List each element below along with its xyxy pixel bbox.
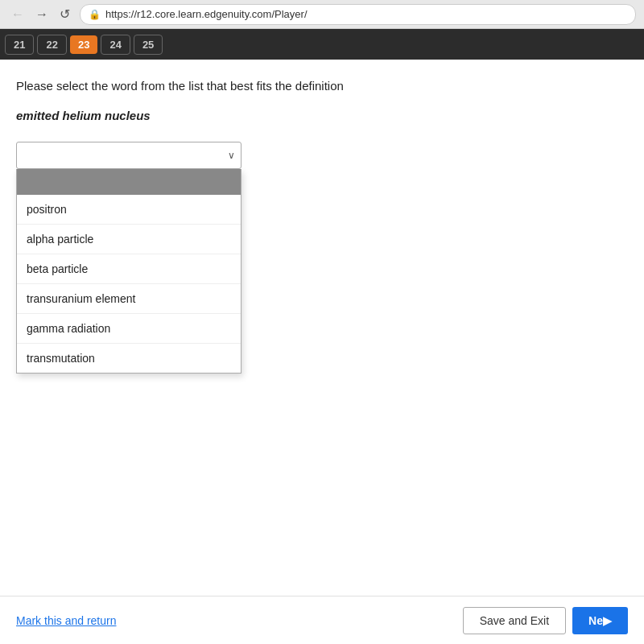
definition-text: emitted helium nucleus <box>16 109 628 122</box>
main-content: Please select the word from the list tha… <box>0 60 644 644</box>
list-item[interactable]: gamma radiation <box>17 314 241 344</box>
tab-25[interactable]: 25 <box>134 35 163 55</box>
refresh-button[interactable]: ↺ <box>56 5 73 23</box>
address-bar[interactable]: 🔒 https://r12.core.learn.edgenuity.com/P… <box>80 4 636 25</box>
dropdown-list[interactable]: positron alpha particle beta particle tr… <box>16 169 242 374</box>
tab-22[interactable]: 22 <box>37 35 66 55</box>
browser-chrome: ← → ↺ 🔒 https://r12.core.learn.edgenuity… <box>0 0 644 29</box>
url-text: https://r12.core.learn.edgenuity.com/Pla… <box>105 8 308 20</box>
tab-24[interactable]: 24 <box>101 35 130 55</box>
list-item[interactable]: transmutation <box>17 344 241 373</box>
list-item[interactable]: transuranium element <box>17 284 241 314</box>
question-instructions: Please select the word from the list tha… <box>16 79 628 93</box>
next-button[interactable]: Ne▶ <box>572 607 628 634</box>
dropdown-container[interactable]: ∨ positron alpha particle beta particle … <box>16 142 242 169</box>
dropdown-list-header <box>17 169 241 195</box>
lock-icon: 🔒 <box>89 9 101 20</box>
list-item[interactable]: positron <box>17 195 241 225</box>
tab-bar: 21 22 23 24 25 <box>0 29 644 60</box>
bottom-right-buttons: Save and Exit Ne▶ <box>463 607 628 634</box>
tab-23[interactable]: 23 <box>70 35 97 54</box>
save-exit-button[interactable]: Save and Exit <box>463 607 566 634</box>
list-item[interactable]: alpha particle <box>17 225 241 254</box>
back-button[interactable]: ← <box>8 6 27 23</box>
nav-buttons: ← → ↺ <box>8 5 73 23</box>
mark-return-button[interactable]: Mark this and return <box>16 614 117 627</box>
tab-21[interactable]: 21 <box>5 35 34 55</box>
bottom-bar: Mark this and return Save and Exit Ne▶ <box>0 596 644 644</box>
forward-button[interactable]: → <box>32 6 52 23</box>
list-item[interactable]: beta particle <box>17 254 241 284</box>
word-select[interactable] <box>16 142 242 169</box>
